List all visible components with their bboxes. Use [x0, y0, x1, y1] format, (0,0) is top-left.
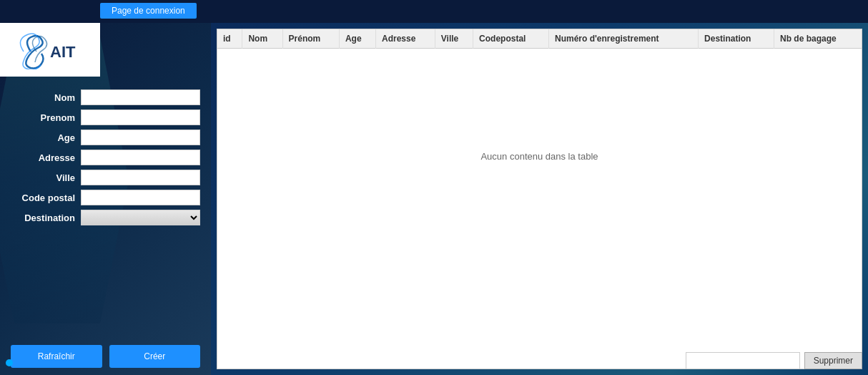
nom-label: Nom: [11, 92, 75, 103]
col-prenom: Prénom: [282, 29, 339, 49]
col-destination: Destination: [699, 29, 774, 49]
nom-input[interactable]: [81, 89, 200, 105]
delete-id-input[interactable]: [686, 352, 800, 369]
table-body: Aucun contenu dans la table: [217, 49, 862, 264]
col-nom: Nom: [242, 29, 282, 49]
adresse-label: Adresse: [11, 152, 75, 163]
age-row: Age: [11, 130, 200, 145]
logo-svg: AIT: [11, 30, 89, 69]
prenom-label: Prenom: [11, 112, 75, 123]
codepostal-label: Code postal: [11, 193, 75, 203]
form-area: Nom Prenom Age Adresse Ville Code postal: [0, 82, 211, 233]
age-label: Age: [11, 132, 75, 143]
col-ville: Ville: [435, 29, 473, 49]
left-panel: AIT Nom Prenom Age Adresse Ville: [0, 23, 211, 375]
empty-message: Aucun contenu dans la table: [217, 49, 862, 263]
logo-area: AIT: [0, 23, 100, 77]
col-age: Age: [339, 29, 375, 49]
create-button[interactable]: Créer: [109, 345, 201, 368]
adresse-input[interactable]: [81, 150, 200, 165]
age-input[interactable]: [81, 130, 200, 145]
prenom-input[interactable]: [81, 109, 200, 125]
table-header-row: id Nom Prénom Age Adresse Ville Codepost…: [217, 29, 862, 49]
col-bagage: Nb de bagage: [774, 29, 862, 49]
col-codepostal: Codepostal: [473, 29, 549, 49]
ville-row: Ville: [11, 170, 200, 185]
button-row: Rafraîchir Créer: [0, 338, 211, 375]
svg-text:AIT: AIT: [50, 43, 76, 61]
data-table-container[interactable]: id Nom Prénom Age Adresse Ville Codepost…: [217, 29, 862, 369]
refresh-button[interactable]: Rafraîchir: [11, 345, 102, 368]
destination-select[interactable]: [81, 210, 200, 225]
destination-row: Destination: [11, 210, 200, 225]
top-bar: Page de connexion: [0, 0, 868, 23]
destination-label: Destination: [11, 213, 75, 223]
ville-label: Ville: [11, 172, 75, 183]
table-header: id Nom Prénom Age Adresse Ville Codepost…: [217, 29, 862, 49]
col-adresse: Adresse: [375, 29, 435, 49]
nom-row: Nom: [11, 89, 200, 105]
delete-button[interactable]: Supprimer: [804, 352, 862, 369]
delete-row: Supprimer: [686, 352, 862, 369]
col-id: id: [217, 29, 242, 49]
right-panel: id Nom Prénom Age Adresse Ville Codepost…: [211, 23, 868, 375]
blue-dot-indicator: [6, 359, 13, 366]
data-table: id Nom Prénom Age Adresse Ville Codepost…: [217, 29, 862, 263]
adresse-row: Adresse: [11, 150, 200, 165]
delete-label: Supprimer le voyageur (ID): [686, 339, 862, 349]
delete-section: Supprimer le voyageur (ID) Supprimer: [686, 339, 862, 369]
codepostal-row: Code postal: [11, 190, 200, 205]
main-area: AIT Nom Prenom Age Adresse Ville: [0, 23, 868, 375]
login-button[interactable]: Page de connexion: [100, 3, 197, 19]
prenom-row: Prenom: [11, 109, 200, 125]
empty-row: Aucun contenu dans la table: [217, 49, 862, 264]
ville-input[interactable]: [81, 170, 200, 185]
codepostal-input[interactable]: [81, 190, 200, 205]
col-enregistrement: Numéro d'enregistrement: [549, 29, 699, 49]
